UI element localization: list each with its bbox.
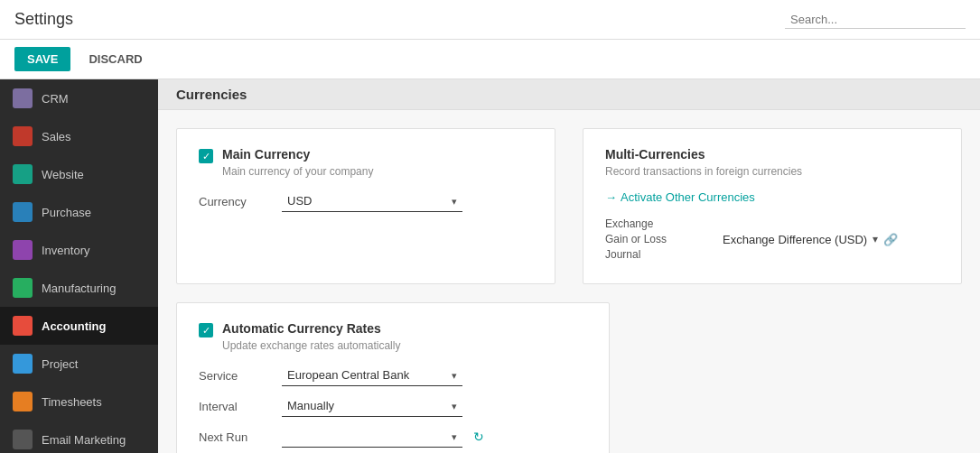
multi-currencies-desc: Record transactions in foreign currencie… [605, 165, 939, 178]
auto-rates-checkbox[interactable] [199, 323, 213, 337]
exchange-dropdown-arrow[interactable]: ▾ [873, 233, 878, 245]
manufacturing-icon [13, 278, 33, 298]
save-button[interactable]: SAVE [14, 47, 70, 71]
multi-currencies-card: Multi-Currencies Record transactions in … [583, 128, 962, 284]
sidebar-label-website: Website [42, 168, 84, 181]
crm-icon [13, 88, 33, 108]
sidebar-item-email_marketing[interactable]: Email Marketing [0, 421, 158, 453]
exchange-value-group: Exchange Difference (USD) ▾ 🔗 [723, 233, 898, 246]
sidebar-item-project[interactable]: Project [0, 345, 158, 383]
project-icon [13, 354, 33, 374]
exchange-line1: Exchange [605, 217, 723, 232]
purchase-icon [13, 202, 33, 222]
auto-currency-rates-card: Automatic Currency Rates Update exchange… [176, 302, 610, 453]
main-currency-desc: Main currency of your company [222, 165, 373, 178]
auto-rates-desc: Update exchange rates automatically [222, 339, 400, 352]
currency-label: Currency [199, 195, 271, 208]
sidebar-label-project: Project [42, 357, 78, 371]
sidebar-label-sales: Sales [42, 130, 71, 143]
sidebar-item-purchase[interactable]: Purchase [0, 193, 158, 231]
sidebar-label-accounting: Accounting [42, 319, 107, 333]
sidebar-label-crm: CRM [42, 92, 69, 106]
next-run-field-row: Next Run ↻ [199, 426, 587, 448]
top-bar-left: Settings [14, 10, 73, 29]
sidebar-item-website[interactable]: Website [0, 155, 158, 193]
settings-body: Main Currency Main currency of your comp… [158, 110, 980, 453]
exchange-journal-value: Exchange Difference (USD) [723, 233, 867, 246]
exchange-external-link-icon[interactable]: 🔗 [883, 233, 898, 246]
main-currency-title-group: Main Currency Main currency of your comp… [222, 147, 373, 190]
inventory-icon [13, 240, 33, 260]
sidebar: CRMSalesWebsitePurchaseInventoryManufact… [0, 79, 158, 453]
page-title: Settings [14, 10, 73, 29]
next-run-select[interactable] [282, 426, 462, 448]
sidebar-label-inventory: Inventory [42, 244, 89, 257]
sales-icon [13, 126, 33, 146]
sidebar-item-sales[interactable]: Sales [0, 117, 158, 155]
top-bar: Settings [0, 0, 980, 40]
main-layout: CRMSalesWebsitePurchaseInventoryManufact… [0, 79, 980, 453]
currency-field-row: Currency USDEURGBPJPY [199, 190, 533, 212]
refresh-icon[interactable]: ↻ [473, 430, 484, 444]
activate-currencies-link[interactable]: Activate Other Currencies [605, 190, 939, 204]
interval-select[interactable]: ManuallyDailyWeeklyMonthly [282, 395, 462, 417]
exchange-label-group: Exchange Gain or Loss Journal [605, 217, 723, 262]
multi-currencies-title: Multi-Currencies [605, 147, 939, 162]
exchange-line3: Journal [605, 247, 723, 263]
accounting-icon [13, 316, 33, 336]
settings-row-top: Main Currency Main currency of your comp… [176, 128, 962, 302]
main-currency-title: Main Currency [222, 147, 373, 162]
sidebar-item-timesheets[interactable]: Timesheets [0, 383, 158, 421]
next-run-label: Next Run [199, 430, 271, 444]
email-icon [13, 430, 33, 449]
timesheets-icon [13, 392, 33, 411]
sidebar-item-crm[interactable]: CRM [0, 79, 158, 117]
main-currency-card: Main Currency Main currency of your comp… [176, 128, 555, 284]
interval-select-wrapper: ManuallyDailyWeeklyMonthly [282, 395, 462, 417]
content-area: Currencies Main Currency Main currency o… [158, 79, 980, 453]
interval-field-row: Interval ManuallyDailyWeeklyMonthly [199, 395, 587, 417]
auto-rates-header: Automatic Currency Rates Update exchange… [199, 321, 587, 365]
section-header: Currencies [158, 79, 980, 110]
main-currency-header: Main Currency Main currency of your comp… [199, 147, 533, 190]
service-field-row: Service European Central BankOpen Exchan… [199, 365, 587, 386]
currency-select-wrapper: USDEURGBPJPY [282, 190, 462, 212]
interval-label: Interval [199, 400, 271, 413]
auto-rates-title-group: Automatic Currency Rates Update exchange… [222, 321, 400, 365]
sidebar-label-timesheets: Timesheets [42, 395, 102, 409]
sidebar-label-manufacturing: Manufacturing [42, 282, 116, 295]
auto-rates-title: Automatic Currency Rates [222, 321, 400, 336]
service-select-wrapper: European Central BankOpen Exchange Rates [282, 365, 462, 386]
exchange-journal-row: Exchange Gain or Loss Journal Exchange D… [605, 217, 939, 262]
sidebar-item-manufacturing[interactable]: Manufacturing [0, 269, 158, 307]
sidebar-label-email_marketing: Email Marketing [42, 433, 126, 447]
main-currency-checkbox[interactable] [199, 149, 213, 163]
currency-select[interactable]: USDEURGBPJPY [282, 190, 462, 212]
activate-label: Activate Other Currencies [621, 190, 755, 204]
action-bar: SAVE DISCARD [0, 40, 980, 79]
website-icon [13, 164, 33, 184]
service-select[interactable]: European Central BankOpen Exchange Rates [282, 365, 462, 386]
discard-button[interactable]: DISCARD [79, 47, 151, 71]
search-input[interactable] [785, 11, 966, 29]
exchange-line2: Gain or Loss [605, 232, 723, 247]
next-run-select-wrapper [282, 426, 462, 448]
service-label: Service [199, 369, 271, 383]
sidebar-label-purchase: Purchase [42, 206, 91, 219]
sidebar-item-accounting[interactable]: Accounting [0, 307, 158, 345]
sidebar-item-inventory[interactable]: Inventory [0, 231, 158, 269]
